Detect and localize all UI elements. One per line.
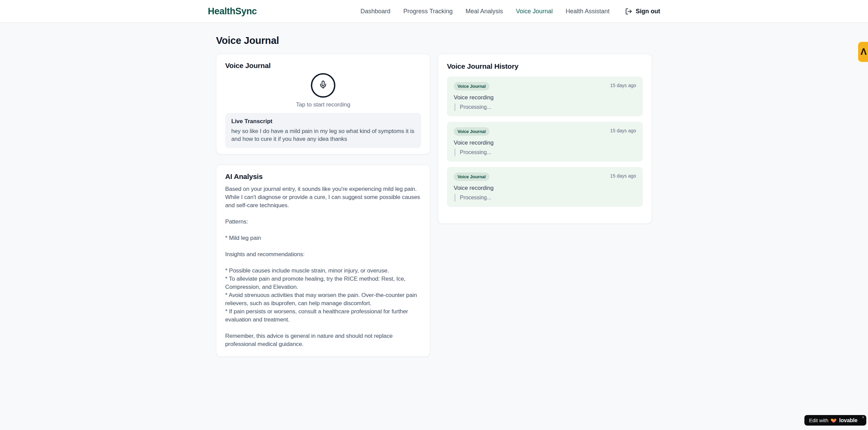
recorder-body: Tap to start recording xyxy=(225,72,421,108)
nav-item-dashboard[interactable]: Dashboard xyxy=(361,8,390,15)
close-icon[interactable]: × xyxy=(862,415,864,419)
sign-out-button[interactable]: Sign out xyxy=(625,8,660,15)
lambda-icon: Λ xyxy=(861,47,867,57)
entry-timestamp: 15 days ago xyxy=(610,127,636,133)
live-transcript-title: Live Transcript xyxy=(231,118,415,125)
voice-recorder-card: Voice Journal Tap to start recording xyxy=(216,54,430,154)
page-title: Voice Journal xyxy=(216,35,652,46)
header-inner: HealthSync Dashboard Progress Tracking M… xyxy=(208,0,660,22)
live-transcript-text: hey so like I do have a mild pain in my … xyxy=(231,127,415,143)
lovable-heart-icon xyxy=(831,417,837,424)
entry-timestamp: 15 days ago xyxy=(610,172,636,179)
live-transcript-box: Live Transcript hey so like I do have a … xyxy=(225,113,421,148)
tap-to-record-hint: Tap to start recording xyxy=(225,101,421,108)
history-list: Voice Journal 15 days ago Voice recordin… xyxy=(447,77,643,207)
history-entry[interactable]: Voice Journal 15 days ago Voice recordin… xyxy=(447,77,643,116)
main-nav: Dashboard Progress Tracking Meal Analysi… xyxy=(361,8,610,15)
content-columns: Voice Journal Tap to start recording xyxy=(216,54,652,357)
side-feedback-badge[interactable]: Λ xyxy=(858,42,868,62)
entry-label: Voice recording xyxy=(454,139,636,146)
record-button[interactable] xyxy=(311,73,335,98)
lovable-brand-label: lovable xyxy=(839,417,857,424)
history-entry[interactable]: Voice Journal 15 days ago Voice recordin… xyxy=(447,122,643,162)
edit-with-lovable-badge[interactable]: Edit with lovable × xyxy=(804,415,866,426)
entry-header: Voice Journal 15 days ago xyxy=(454,127,636,136)
brand-logo[interactable]: HealthSync xyxy=(208,6,257,17)
voice-journal-history-card: Voice Journal History Voice Journal 15 d… xyxy=(438,54,652,224)
main-content: Voice Journal Voice Journal xyxy=(216,23,652,357)
ai-analysis-card: AI Analysis Based on your journal entry,… xyxy=(216,165,430,357)
ai-analysis-body: Based on your journal entry, it sounds l… xyxy=(225,185,421,348)
history-entry[interactable]: Voice Journal 15 days ago Voice recordin… xyxy=(447,167,643,207)
header: HealthSync Dashboard Progress Tracking M… xyxy=(0,0,868,23)
entry-type-badge: Voice Journal xyxy=(454,127,489,136)
ai-analysis-title: AI Analysis xyxy=(225,172,421,181)
entry-label: Voice recording xyxy=(454,185,636,192)
history-title: Voice Journal History xyxy=(447,62,643,70)
edit-with-label: Edit with xyxy=(809,417,829,423)
nav-item-meal-analysis[interactable]: Meal Analysis xyxy=(466,8,503,15)
entry-status: Processing... xyxy=(454,149,636,156)
entry-label: Voice recording xyxy=(454,94,636,101)
entry-timestamp: 15 days ago xyxy=(610,82,636,88)
nav-item-voice-journal[interactable]: Voice Journal xyxy=(516,8,553,15)
nav-item-progress-tracking[interactable]: Progress Tracking xyxy=(403,8,453,15)
entry-header: Voice Journal 15 days ago xyxy=(454,172,636,181)
left-column: Voice Journal Tap to start recording xyxy=(216,54,430,357)
entry-type-badge: Voice Journal xyxy=(454,172,489,181)
nav-item-health-assistant[interactable]: Health Assistant xyxy=(566,8,610,15)
entry-type-badge: Voice Journal xyxy=(454,82,489,90)
log-out-icon xyxy=(625,8,632,15)
microphone-icon xyxy=(319,80,328,90)
entry-status: Processing... xyxy=(454,103,636,111)
sign-out-label: Sign out xyxy=(636,8,660,15)
recorder-card-title: Voice Journal xyxy=(225,62,421,70)
entry-header: Voice Journal 15 days ago xyxy=(454,82,636,90)
entry-status: Processing... xyxy=(454,194,636,201)
right-column: Voice Journal History Voice Journal 15 d… xyxy=(438,54,652,224)
